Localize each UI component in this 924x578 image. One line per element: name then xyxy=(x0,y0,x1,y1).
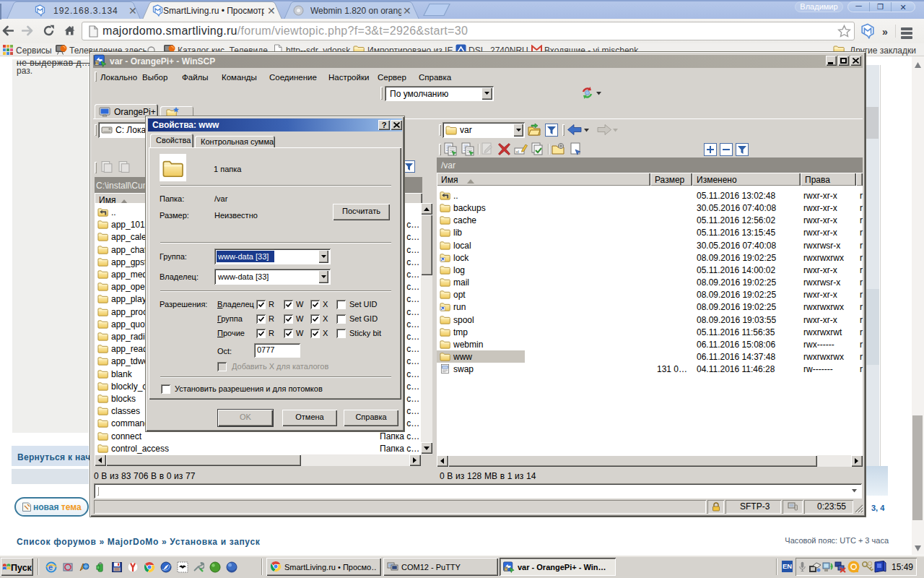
svg-text:xl: xl xyxy=(516,150,519,154)
svg-text:e: e xyxy=(48,563,53,571)
